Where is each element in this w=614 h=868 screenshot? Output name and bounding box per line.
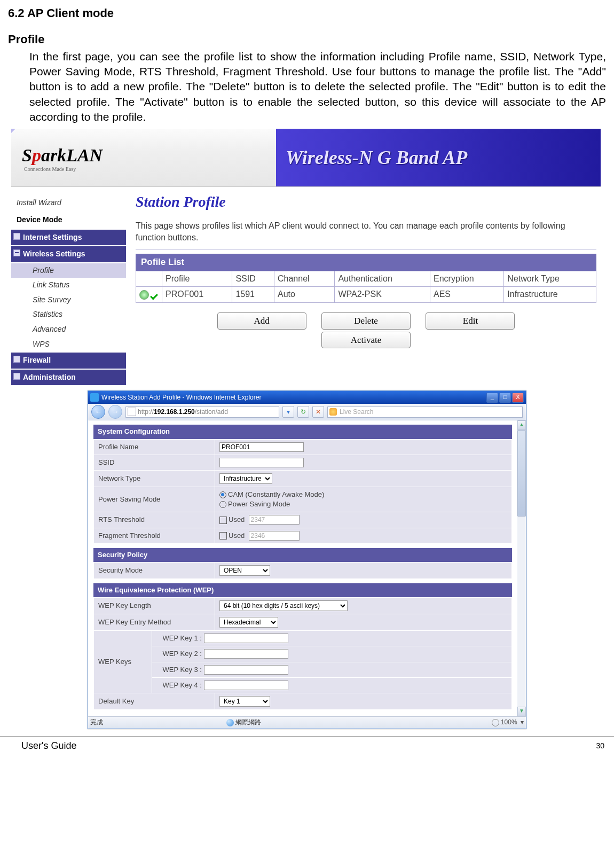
add-button[interactable]: Add bbox=[217, 312, 306, 330]
page-icon bbox=[128, 408, 136, 416]
expand-icon[interactable] bbox=[13, 373, 20, 380]
maximize-button[interactable]: □ bbox=[499, 393, 511, 403]
livesearch-icon bbox=[329, 408, 337, 416]
sidebar-head-wireless[interactable]: Wireless Settings bbox=[11, 246, 126, 262]
status-net-label: 網際網路 bbox=[235, 718, 261, 727]
sidebar-head-wireless-label: Wireless Settings bbox=[23, 249, 85, 258]
sidebar-head-firewall[interactable]: Firewall bbox=[11, 353, 126, 369]
close-button[interactable]: X bbox=[512, 393, 524, 403]
content-area: Station Profile This page shows profiles… bbox=[126, 187, 601, 386]
sidebar-sub-link-status[interactable]: Link Status bbox=[11, 278, 126, 293]
active-icon bbox=[139, 290, 149, 300]
edit-button[interactable]: Edit bbox=[426, 312, 515, 330]
scroll-track[interactable] bbox=[517, 517, 526, 706]
window-titlebar: Wireless Station Add Profile - Windows I… bbox=[88, 391, 526, 404]
psm-psm-radio[interactable] bbox=[219, 501, 226, 508]
security-mode-select[interactable]: OPEN bbox=[219, 565, 270, 576]
wep-key2-label: WEP Key 2 : bbox=[156, 649, 202, 659]
expand-icon[interactable] bbox=[13, 356, 20, 363]
frag-used-checkbox[interactable] bbox=[219, 532, 227, 539]
sidebar-sub-advanced[interactable]: Advanced bbox=[11, 322, 126, 337]
toolbar: ← → http://192.168.1.250/station/add ▾ ↻… bbox=[88, 404, 526, 420]
frag-value-input[interactable] bbox=[249, 531, 300, 541]
search-field[interactable]: Live Search bbox=[327, 406, 523, 418]
stop-button[interactable]: ✕ bbox=[312, 406, 324, 418]
scroll-up-button[interactable]: ▲ bbox=[517, 420, 526, 430]
profile-name-input[interactable] bbox=[219, 442, 304, 452]
profile-button-row: Add Delete Edit Activate bbox=[136, 311, 596, 350]
footer-page: 30 bbox=[596, 741, 604, 752]
url-host: 192.168.1.250 bbox=[154, 408, 195, 417]
zoom-control[interactable]: 100% ▾ bbox=[492, 718, 524, 727]
frag-label: Fragment Threshold bbox=[94, 528, 215, 543]
table-header-row: Profile SSID Channel Authentication Encr… bbox=[136, 271, 596, 287]
wep-key4-input[interactable] bbox=[204, 681, 288, 690]
frag-used-label: Used bbox=[229, 531, 245, 539]
table-row[interactable]: PROF001 1591 Auto WPA2-PSK AES Infrastru… bbox=[136, 287, 596, 302]
col-profile: Profile bbox=[162, 271, 232, 287]
wep-entry-label: WEP Key Entry Method bbox=[94, 614, 215, 631]
content-desc: This page shows profiles list which AP c… bbox=[136, 220, 596, 250]
banner: SparkLAN Connections Made Easy Wireless-… bbox=[11, 129, 601, 187]
profile-table: Profile SSID Channel Authentication Encr… bbox=[136, 271, 596, 303]
system-config-header: System Configuration bbox=[93, 425, 512, 439]
wep-length-select[interactable]: 64 bit (10 hex digits / 5 ascii keys) bbox=[219, 600, 348, 611]
search-placeholder: Live Search bbox=[340, 408, 373, 417]
expand-icon[interactable] bbox=[13, 233, 20, 240]
sidebar-sub-profile[interactable]: Profile bbox=[11, 263, 126, 278]
logo-s: S bbox=[22, 145, 32, 165]
profile-list-title: Pofile List bbox=[136, 254, 596, 271]
wep-header: Wire Equivalence Protection (WEP) bbox=[93, 583, 512, 597]
scroll-thumb[interactable] bbox=[517, 430, 526, 517]
dialog-body: System Configuration Profile Name SSID N… bbox=[88, 420, 517, 716]
wep-key1-input[interactable] bbox=[204, 634, 288, 643]
wep-key3-input[interactable] bbox=[204, 665, 288, 675]
col-enc: Encryption bbox=[430, 271, 504, 287]
minimize-button[interactable]: _ bbox=[486, 393, 498, 403]
sidebar-sub-statistics[interactable]: Statistics bbox=[11, 307, 126, 322]
psm-cam-radio[interactable] bbox=[219, 491, 226, 498]
sidebar-sub-site-survey[interactable]: Site Survey bbox=[11, 293, 126, 308]
sidebar-sub-wps[interactable]: WPS bbox=[11, 337, 126, 352]
sidebar-head-firewall-label: Firewall bbox=[23, 356, 51, 364]
back-button[interactable]: ← bbox=[91, 405, 105, 419]
url-prefix: http:// bbox=[138, 408, 154, 417]
address-dropdown[interactable]: ▾ bbox=[282, 406, 294, 418]
zoom-value: 100% bbox=[501, 718, 517, 727]
logo: SparkLAN Connections Made Easy bbox=[22, 143, 103, 174]
banner-title: Wireless-N G Band AP bbox=[286, 144, 467, 171]
zoom-icon bbox=[492, 719, 499, 726]
psm-psm-label: Power Saving Mode bbox=[228, 500, 290, 508]
sidebar-item-device-mode[interactable]: Device Mode bbox=[11, 212, 126, 229]
security-mode-label: Security Mode bbox=[94, 562, 215, 578]
rts-value-input[interactable] bbox=[249, 515, 300, 525]
scroll-down-button[interactable]: ▼ bbox=[517, 707, 526, 716]
forward-button[interactable]: → bbox=[108, 405, 122, 419]
status-zone: 網際網路 bbox=[226, 718, 261, 727]
wep-entry-select[interactable]: Hexadecimal bbox=[219, 617, 278, 628]
rts-used-checkbox[interactable] bbox=[219, 517, 227, 524]
cell-channel: Auto bbox=[274, 287, 335, 302]
sidebar-item-install-wizard[interactable]: Install Wizard bbox=[11, 194, 126, 212]
sidebar-head-internet[interactable]: Internet Settings bbox=[11, 230, 126, 246]
status-bar: 完成 網際網路 100% ▾ bbox=[88, 716, 526, 729]
ssid-input[interactable] bbox=[219, 458, 304, 467]
scrollbar[interactable]: ▲ ▼ bbox=[517, 420, 526, 716]
col-status bbox=[136, 271, 162, 287]
sidebar-head-admin[interactable]: Administration bbox=[11, 370, 126, 386]
activate-button[interactable]: Activate bbox=[321, 332, 411, 349]
system-config-table: Profile Name SSID Network Type Infrastru… bbox=[93, 439, 512, 544]
wep-key2-input[interactable] bbox=[204, 649, 288, 659]
default-key-select[interactable]: Key 1 bbox=[219, 696, 270, 707]
cell-status bbox=[136, 287, 162, 302]
network-type-select[interactable]: Infrastructure bbox=[219, 473, 272, 484]
sidebar: Install Wizard Device Mode Internet Sett… bbox=[11, 187, 126, 386]
collapse-icon[interactable] bbox=[13, 249, 20, 256]
cell-enc: AES bbox=[430, 287, 504, 302]
refresh-button[interactable]: ↻ bbox=[297, 406, 309, 418]
wep-key3-label: WEP Key 3 : bbox=[156, 665, 202, 675]
sidebar-head-admin-label: Administration bbox=[23, 373, 76, 381]
address-bar[interactable]: http://192.168.1.250/station/add bbox=[125, 406, 279, 418]
window-title: Wireless Station Add Profile - Windows I… bbox=[101, 393, 261, 402]
delete-button[interactable]: Delete bbox=[321, 312, 411, 330]
